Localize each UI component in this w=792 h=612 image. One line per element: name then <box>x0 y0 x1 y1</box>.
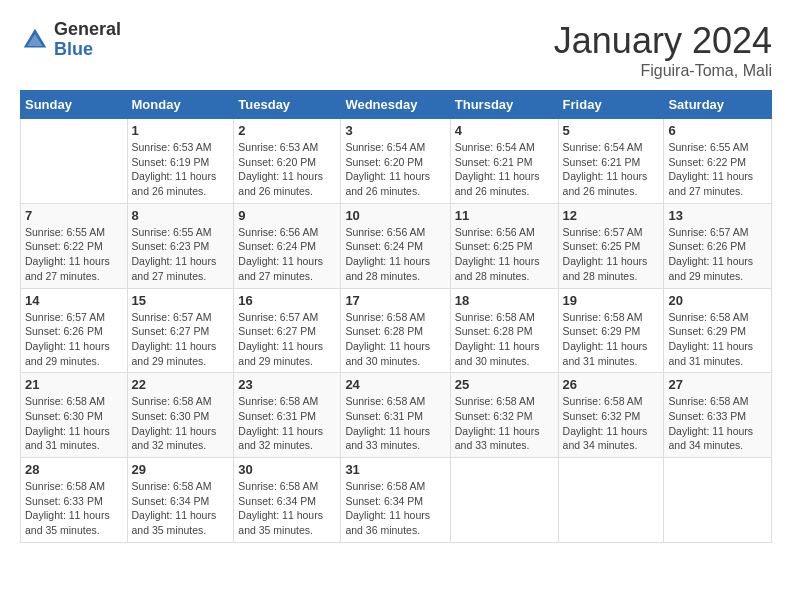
day-info: Sunrise: 6:58 AMSunset: 6:30 PMDaylight:… <box>132 394 230 453</box>
month-title: January 2024 <box>554 20 772 62</box>
day-number: 29 <box>132 462 230 477</box>
calendar-cell: 14Sunrise: 6:57 AMSunset: 6:26 PMDayligh… <box>21 288 128 373</box>
calendar-cell <box>558 458 664 543</box>
day-info: Sunrise: 6:58 AMSunset: 6:29 PMDaylight:… <box>668 310 767 369</box>
day-number: 21 <box>25 377 123 392</box>
day-info: Sunrise: 6:54 AMSunset: 6:20 PMDaylight:… <box>345 140 445 199</box>
location: Figuira-Toma, Mali <box>554 62 772 80</box>
day-number: 6 <box>668 123 767 138</box>
calendar-cell: 26Sunrise: 6:58 AMSunset: 6:32 PMDayligh… <box>558 373 664 458</box>
weekday-header-saturday: Saturday <box>664 91 772 119</box>
day-number: 20 <box>668 293 767 308</box>
calendar-cell: 7Sunrise: 6:55 AMSunset: 6:22 PMDaylight… <box>21 203 128 288</box>
day-number: 15 <box>132 293 230 308</box>
day-number: 16 <box>238 293 336 308</box>
day-info: Sunrise: 6:58 AMSunset: 6:32 PMDaylight:… <box>563 394 660 453</box>
calendar-cell: 9Sunrise: 6:56 AMSunset: 6:24 PMDaylight… <box>234 203 341 288</box>
logo-text: General Blue <box>54 20 121 60</box>
page-header: General Blue January 2024 Figuira-Toma, … <box>20 20 772 80</box>
day-number: 5 <box>563 123 660 138</box>
day-info: Sunrise: 6:58 AMSunset: 6:31 PMDaylight:… <box>238 394 336 453</box>
calendar-cell <box>664 458 772 543</box>
calendar-cell: 31Sunrise: 6:58 AMSunset: 6:34 PMDayligh… <box>341 458 450 543</box>
day-info: Sunrise: 6:58 AMSunset: 6:29 PMDaylight:… <box>563 310 660 369</box>
weekday-header-tuesday: Tuesday <box>234 91 341 119</box>
day-info: Sunrise: 6:57 AMSunset: 6:27 PMDaylight:… <box>238 310 336 369</box>
day-number: 2 <box>238 123 336 138</box>
calendar-cell: 10Sunrise: 6:56 AMSunset: 6:24 PMDayligh… <box>341 203 450 288</box>
day-number: 1 <box>132 123 230 138</box>
day-info: Sunrise: 6:58 AMSunset: 6:31 PMDaylight:… <box>345 394 445 453</box>
day-number: 24 <box>345 377 445 392</box>
week-row-4: 21Sunrise: 6:58 AMSunset: 6:30 PMDayligh… <box>21 373 772 458</box>
weekday-header-wednesday: Wednesday <box>341 91 450 119</box>
weekday-header-friday: Friday <box>558 91 664 119</box>
day-number: 28 <box>25 462 123 477</box>
day-number: 10 <box>345 208 445 223</box>
logo-blue: Blue <box>54 40 121 60</box>
calendar-cell: 13Sunrise: 6:57 AMSunset: 6:26 PMDayligh… <box>664 203 772 288</box>
calendar-cell: 3Sunrise: 6:54 AMSunset: 6:20 PMDaylight… <box>341 119 450 204</box>
weekday-header-sunday: Sunday <box>21 91 128 119</box>
day-info: Sunrise: 6:55 AMSunset: 6:22 PMDaylight:… <box>25 225 123 284</box>
day-number: 11 <box>455 208 554 223</box>
day-number: 8 <box>132 208 230 223</box>
day-info: Sunrise: 6:57 AMSunset: 6:27 PMDaylight:… <box>132 310 230 369</box>
calendar-cell: 5Sunrise: 6:54 AMSunset: 6:21 PMDaylight… <box>558 119 664 204</box>
day-number: 3 <box>345 123 445 138</box>
day-info: Sunrise: 6:57 AMSunset: 6:26 PMDaylight:… <box>668 225 767 284</box>
day-info: Sunrise: 6:58 AMSunset: 6:34 PMDaylight:… <box>238 479 336 538</box>
title-block: January 2024 Figuira-Toma, Mali <box>554 20 772 80</box>
day-number: 27 <box>668 377 767 392</box>
calendar-cell: 18Sunrise: 6:58 AMSunset: 6:28 PMDayligh… <box>450 288 558 373</box>
logo-icon <box>20 25 50 55</box>
calendar-cell: 28Sunrise: 6:58 AMSunset: 6:33 PMDayligh… <box>21 458 128 543</box>
day-number: 19 <box>563 293 660 308</box>
day-info: Sunrise: 6:57 AMSunset: 6:25 PMDaylight:… <box>563 225 660 284</box>
calendar-cell: 15Sunrise: 6:57 AMSunset: 6:27 PMDayligh… <box>127 288 234 373</box>
day-info: Sunrise: 6:53 AMSunset: 6:19 PMDaylight:… <box>132 140 230 199</box>
day-number: 4 <box>455 123 554 138</box>
day-info: Sunrise: 6:58 AMSunset: 6:30 PMDaylight:… <box>25 394 123 453</box>
day-number: 13 <box>668 208 767 223</box>
day-info: Sunrise: 6:58 AMSunset: 6:32 PMDaylight:… <box>455 394 554 453</box>
calendar-cell: 27Sunrise: 6:58 AMSunset: 6:33 PMDayligh… <box>664 373 772 458</box>
calendar-cell: 1Sunrise: 6:53 AMSunset: 6:19 PMDaylight… <box>127 119 234 204</box>
day-number: 22 <box>132 377 230 392</box>
day-number: 12 <box>563 208 660 223</box>
calendar-cell: 29Sunrise: 6:58 AMSunset: 6:34 PMDayligh… <box>127 458 234 543</box>
calendar-cell: 20Sunrise: 6:58 AMSunset: 6:29 PMDayligh… <box>664 288 772 373</box>
calendar-cell: 22Sunrise: 6:58 AMSunset: 6:30 PMDayligh… <box>127 373 234 458</box>
calendar-cell: 4Sunrise: 6:54 AMSunset: 6:21 PMDaylight… <box>450 119 558 204</box>
calendar-cell: 11Sunrise: 6:56 AMSunset: 6:25 PMDayligh… <box>450 203 558 288</box>
day-info: Sunrise: 6:58 AMSunset: 6:34 PMDaylight:… <box>132 479 230 538</box>
day-number: 31 <box>345 462 445 477</box>
calendar-table: SundayMondayTuesdayWednesdayThursdayFrid… <box>20 90 772 543</box>
day-info: Sunrise: 6:58 AMSunset: 6:33 PMDaylight:… <box>668 394 767 453</box>
calendar-cell: 16Sunrise: 6:57 AMSunset: 6:27 PMDayligh… <box>234 288 341 373</box>
weekday-header-thursday: Thursday <box>450 91 558 119</box>
day-info: Sunrise: 6:58 AMSunset: 6:28 PMDaylight:… <box>455 310 554 369</box>
week-row-3: 14Sunrise: 6:57 AMSunset: 6:26 PMDayligh… <box>21 288 772 373</box>
day-info: Sunrise: 6:58 AMSunset: 6:28 PMDaylight:… <box>345 310 445 369</box>
day-info: Sunrise: 6:56 AMSunset: 6:24 PMDaylight:… <box>238 225 336 284</box>
calendar-cell: 17Sunrise: 6:58 AMSunset: 6:28 PMDayligh… <box>341 288 450 373</box>
day-info: Sunrise: 6:55 AMSunset: 6:23 PMDaylight:… <box>132 225 230 284</box>
calendar-cell: 24Sunrise: 6:58 AMSunset: 6:31 PMDayligh… <box>341 373 450 458</box>
day-info: Sunrise: 6:58 AMSunset: 6:33 PMDaylight:… <box>25 479 123 538</box>
day-info: Sunrise: 6:53 AMSunset: 6:20 PMDaylight:… <box>238 140 336 199</box>
calendar-cell <box>21 119 128 204</box>
calendar-cell: 12Sunrise: 6:57 AMSunset: 6:25 PMDayligh… <box>558 203 664 288</box>
logo: General Blue <box>20 20 121 60</box>
day-number: 26 <box>563 377 660 392</box>
day-number: 17 <box>345 293 445 308</box>
calendar-cell: 23Sunrise: 6:58 AMSunset: 6:31 PMDayligh… <box>234 373 341 458</box>
day-info: Sunrise: 6:54 AMSunset: 6:21 PMDaylight:… <box>563 140 660 199</box>
calendar-cell: 21Sunrise: 6:58 AMSunset: 6:30 PMDayligh… <box>21 373 128 458</box>
calendar-cell: 6Sunrise: 6:55 AMSunset: 6:22 PMDaylight… <box>664 119 772 204</box>
weekday-header-row: SundayMondayTuesdayWednesdayThursdayFrid… <box>21 91 772 119</box>
day-number: 23 <box>238 377 336 392</box>
calendar-cell: 2Sunrise: 6:53 AMSunset: 6:20 PMDaylight… <box>234 119 341 204</box>
calendar-cell: 25Sunrise: 6:58 AMSunset: 6:32 PMDayligh… <box>450 373 558 458</box>
day-number: 9 <box>238 208 336 223</box>
